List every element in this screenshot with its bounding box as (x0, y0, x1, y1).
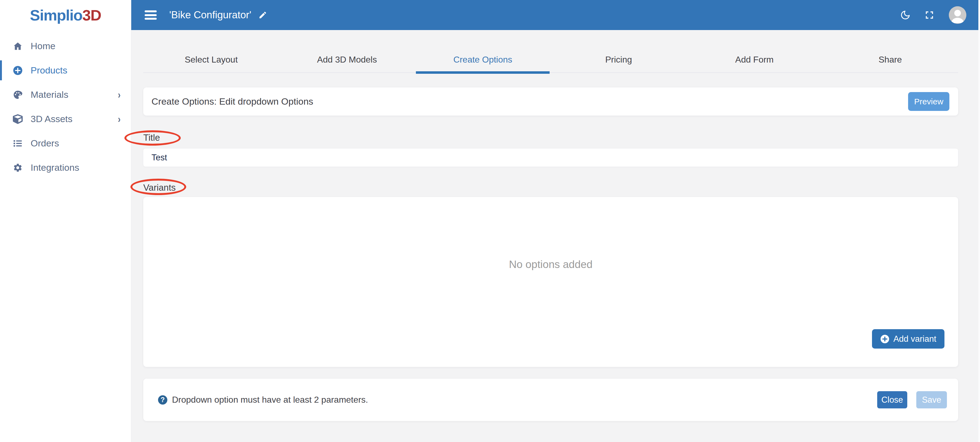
add-variant-button[interactable]: Add variant (872, 329, 945, 349)
main-content: Select Layout Add 3D Models Create Optio… (131, 30, 980, 442)
app-logo[interactable]: Simplio3D (0, 0, 131, 30)
title-label: Title (143, 133, 958, 142)
chevron-right-icon: › (118, 89, 121, 101)
tab-add-form[interactable]: Add Form (687, 55, 822, 72)
edit-pencil-icon[interactable] (258, 11, 267, 19)
tab-pricing[interactable]: Pricing (551, 55, 687, 72)
logo-text-accent: 3D (82, 6, 101, 24)
user-avatar[interactable] (949, 6, 966, 24)
logo-text-primary: Simplio (30, 6, 82, 24)
validation-note: Dropdown option must have at least 2 par… (172, 395, 368, 405)
variants-label: Variants (143, 183, 958, 192)
sidebar-item-label: Materials (30, 89, 68, 100)
sidebar-item-materials[interactable]: Materials › (0, 82, 131, 107)
plus-circle-icon (880, 334, 889, 344)
help-question-icon[interactable]: ? (158, 395, 167, 405)
empty-state-text: No options added (143, 258, 958, 271)
sidebar-item-label: Integrations (30, 162, 79, 173)
sidebar-item-home[interactable]: Home (0, 34, 131, 58)
sidebar-item-label: Products (30, 65, 67, 76)
list-icon (13, 138, 23, 149)
sidebar-item-3d-assets[interactable]: 3D Assets › (0, 107, 131, 131)
hamburger-menu-icon[interactable] (145, 10, 157, 20)
preview-button[interactable]: Preview (908, 92, 950, 111)
sidebar-nav: Home Products Materials › 3D Assets › (0, 34, 131, 180)
tab-bar: Select Layout Add 3D Models Create Optio… (143, 30, 958, 73)
footer-card: ? Dropdown option must have at least 2 p… (143, 379, 958, 421)
sidebar-item-label: Orders (30, 138, 59, 149)
sidebar-item-products[interactable]: Products (0, 58, 131, 82)
tab-share[interactable]: Share (822, 55, 958, 72)
save-button[interactable]: Save (916, 391, 947, 409)
sidebar-item-label: 3D Assets (30, 114, 72, 124)
close-button[interactable]: Close (877, 391, 907, 409)
tab-add-3d-models[interactable]: Add 3D Models (279, 55, 415, 72)
scrollbar-track[interactable] (978, 0, 980, 442)
tab-select-layout[interactable]: Select Layout (143, 55, 279, 72)
topbar: 'Bike Configurator' (131, 0, 980, 30)
sidebar-item-integrations[interactable]: Integrations (0, 155, 131, 180)
page-title: Create Options: Edit dropdown Options (151, 96, 313, 107)
options-header-card: Create Options: Edit dropdown Options Pr… (143, 87, 958, 116)
variants-card: No options added Add variant (143, 197, 958, 367)
palette-icon (13, 90, 23, 100)
topbar-actions (900, 6, 980, 24)
sidebar-item-label: Home (30, 41, 56, 51)
cube-icon (13, 114, 23, 124)
fullscreen-icon[interactable] (925, 10, 934, 20)
home-icon (13, 41, 23, 51)
gear-icon (13, 163, 23, 173)
title-input[interactable] (143, 149, 958, 166)
sidebar: Simplio3D Home Products Materials › 3 (0, 0, 131, 442)
chevron-right-icon: › (118, 113, 121, 125)
configurator-title: 'Bike Configurator' (169, 9, 251, 21)
plus-circle-icon (13, 65, 23, 76)
dark-mode-moon-icon[interactable] (900, 10, 910, 20)
sidebar-item-orders[interactable]: Orders (0, 131, 131, 155)
add-variant-label: Add variant (893, 334, 936, 344)
tab-create-options[interactable]: Create Options (415, 55, 551, 72)
